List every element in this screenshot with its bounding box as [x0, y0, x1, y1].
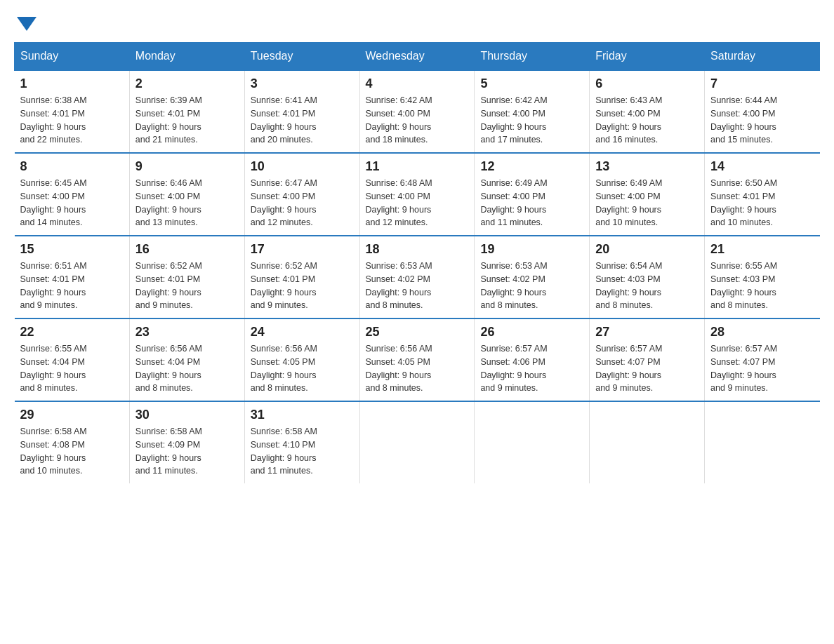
day-number: 10 [251, 159, 354, 174]
calendar-week-row: 8 Sunrise: 6:45 AMSunset: 4:00 PMDayligh… [15, 153, 820, 236]
calendar-cell: 15 Sunrise: 6:51 AMSunset: 4:01 PMDaylig… [15, 236, 130, 318]
day-number: 16 [135, 242, 239, 257]
day-info: Sunrise: 6:49 AMSunset: 4:00 PMDaylight:… [480, 177, 583, 229]
day-number: 3 [251, 76, 354, 91]
day-number: 14 [710, 159, 814, 174]
day-number: 4 [366, 76, 469, 91]
day-info: Sunrise: 6:45 AMSunset: 4:00 PMDaylight:… [20, 177, 124, 229]
day-info: Sunrise: 6:57 AMSunset: 4:07 PMDaylight:… [595, 342, 699, 395]
day-info: Sunrise: 6:57 AMSunset: 4:06 PMDaylight:… [480, 342, 583, 395]
day-info: Sunrise: 6:53 AMSunset: 4:02 PMDaylight:… [480, 260, 583, 312]
day-number: 5 [480, 76, 583, 91]
day-info: Sunrise: 6:46 AMSunset: 4:00 PMDaylight:… [135, 177, 239, 229]
day-info: Sunrise: 6:58 AMSunset: 4:09 PMDaylight:… [135, 425, 239, 478]
day-info: Sunrise: 6:49 AMSunset: 4:00 PMDaylight:… [595, 177, 699, 229]
calendar-cell: 7 Sunrise: 6:44 AMSunset: 4:00 PMDayligh… [705, 70, 820, 153]
day-info: Sunrise: 6:42 AMSunset: 4:00 PMDaylight:… [480, 94, 583, 147]
day-number: 9 [135, 159, 239, 174]
calendar-cell: 8 Sunrise: 6:45 AMSunset: 4:00 PMDayligh… [15, 153, 130, 236]
calendar-cell: 1 Sunrise: 6:38 AMSunset: 4:01 PMDayligh… [15, 70, 130, 153]
day-info: Sunrise: 6:51 AMSunset: 4:01 PMDaylight:… [20, 260, 124, 312]
calendar-cell: 19 Sunrise: 6:53 AMSunset: 4:02 PMDaylig… [475, 236, 590, 318]
calendar-cell: 10 Sunrise: 6:47 AMSunset: 4:00 PMDaylig… [244, 153, 359, 236]
calendar-table: SundayMondayTuesdayWednesdayThursdayFrid… [14, 42, 820, 483]
calendar-header-row: SundayMondayTuesdayWednesdayThursdayFrid… [15, 43, 820, 71]
day-number: 7 [710, 76, 814, 91]
calendar-cell: 11 Sunrise: 6:48 AMSunset: 4:00 PMDaylig… [359, 153, 475, 236]
day-info: Sunrise: 6:58 AMSunset: 4:10 PMDaylight:… [251, 425, 354, 478]
day-info: Sunrise: 6:56 AMSunset: 4:05 PMDaylight:… [251, 342, 354, 395]
day-info: Sunrise: 6:50 AMSunset: 4:01 PMDaylight:… [710, 177, 814, 229]
day-number: 24 [251, 325, 354, 340]
day-info: Sunrise: 6:55 AMSunset: 4:04 PMDaylight:… [20, 342, 124, 395]
day-number: 12 [480, 159, 583, 174]
day-number: 20 [595, 242, 699, 257]
calendar-cell: 12 Sunrise: 6:49 AMSunset: 4:00 PMDaylig… [475, 153, 590, 236]
day-number: 6 [595, 76, 699, 91]
calendar-cell: 26 Sunrise: 6:57 AMSunset: 4:06 PMDaylig… [475, 318, 590, 401]
day-number: 1 [20, 76, 124, 91]
day-number: 11 [366, 159, 469, 174]
calendar-week-row: 15 Sunrise: 6:51 AMSunset: 4:01 PMDaylig… [15, 236, 820, 318]
day-info: Sunrise: 6:55 AMSunset: 4:03 PMDaylight:… [710, 260, 814, 312]
day-number: 31 [251, 408, 354, 422]
day-number: 2 [135, 76, 239, 91]
calendar-cell: 25 Sunrise: 6:56 AMSunset: 4:05 PMDaylig… [359, 318, 475, 401]
day-info: Sunrise: 6:41 AMSunset: 4:01 PMDaylight:… [251, 94, 354, 147]
day-info: Sunrise: 6:39 AMSunset: 4:01 PMDaylight:… [135, 94, 239, 147]
header-thursday: Thursday [475, 43, 590, 71]
day-number: 26 [480, 325, 583, 340]
day-info: Sunrise: 6:53 AMSunset: 4:02 PMDaylight:… [366, 260, 469, 312]
calendar-cell: 30 Sunrise: 6:58 AMSunset: 4:09 PMDaylig… [129, 401, 244, 483]
calendar-cell [590, 401, 705, 483]
day-info: Sunrise: 6:47 AMSunset: 4:00 PMDaylight:… [251, 177, 354, 229]
day-number: 19 [480, 242, 583, 257]
day-number: 15 [20, 242, 124, 257]
calendar-cell: 27 Sunrise: 6:57 AMSunset: 4:07 PMDaylig… [590, 318, 705, 401]
day-info: Sunrise: 6:57 AMSunset: 4:07 PMDaylight:… [710, 342, 814, 395]
calendar-cell: 29 Sunrise: 6:58 AMSunset: 4:08 PMDaylig… [15, 401, 130, 483]
calendar-cell: 31 Sunrise: 6:58 AMSunset: 4:10 PMDaylig… [244, 401, 359, 483]
day-info: Sunrise: 6:48 AMSunset: 4:00 PMDaylight:… [366, 177, 469, 229]
calendar-cell [475, 401, 590, 483]
calendar-cell: 6 Sunrise: 6:43 AMSunset: 4:00 PMDayligh… [590, 70, 705, 153]
day-number: 29 [20, 408, 124, 422]
header-monday: Monday [129, 43, 244, 71]
day-number: 27 [595, 325, 699, 340]
day-info: Sunrise: 6:56 AMSunset: 4:04 PMDaylight:… [135, 342, 239, 395]
header-tuesday: Tuesday [244, 43, 359, 71]
day-number: 30 [135, 408, 239, 422]
calendar-cell: 5 Sunrise: 6:42 AMSunset: 4:00 PMDayligh… [475, 70, 590, 153]
header-saturday: Saturday [705, 43, 820, 71]
day-info: Sunrise: 6:43 AMSunset: 4:00 PMDaylight:… [595, 94, 699, 147]
day-number: 21 [710, 242, 814, 257]
calendar-week-row: 22 Sunrise: 6:55 AMSunset: 4:04 PMDaylig… [15, 318, 820, 401]
day-info: Sunrise: 6:58 AMSunset: 4:08 PMDaylight:… [20, 425, 124, 478]
header-friday: Friday [590, 43, 705, 71]
header-sunday: Sunday [15, 43, 130, 71]
calendar-cell: 13 Sunrise: 6:49 AMSunset: 4:00 PMDaylig… [590, 153, 705, 236]
calendar-cell: 14 Sunrise: 6:50 AMSunset: 4:01 PMDaylig… [705, 153, 820, 236]
calendar-cell [705, 401, 820, 483]
calendar-cell: 22 Sunrise: 6:55 AMSunset: 4:04 PMDaylig… [15, 318, 130, 401]
calendar-cell: 17 Sunrise: 6:52 AMSunset: 4:01 PMDaylig… [244, 236, 359, 318]
day-number: 17 [251, 242, 354, 257]
day-number: 28 [710, 325, 814, 340]
calendar-cell: 28 Sunrise: 6:57 AMSunset: 4:07 PMDaylig… [705, 318, 820, 401]
logo [14, 14, 37, 28]
calendar-cell: 20 Sunrise: 6:54 AMSunset: 4:03 PMDaylig… [590, 236, 705, 318]
calendar-cell: 9 Sunrise: 6:46 AMSunset: 4:00 PMDayligh… [129, 153, 244, 236]
day-info: Sunrise: 6:44 AMSunset: 4:00 PMDaylight:… [710, 94, 814, 147]
day-info: Sunrise: 6:38 AMSunset: 4:01 PMDaylight:… [20, 94, 124, 147]
calendar-cell: 2 Sunrise: 6:39 AMSunset: 4:01 PMDayligh… [129, 70, 244, 153]
calendar-week-row: 29 Sunrise: 6:58 AMSunset: 4:08 PMDaylig… [15, 401, 820, 483]
day-number: 22 [20, 325, 124, 340]
day-info: Sunrise: 6:42 AMSunset: 4:00 PMDaylight:… [366, 94, 469, 147]
calendar-cell [359, 401, 475, 483]
calendar-cell: 21 Sunrise: 6:55 AMSunset: 4:03 PMDaylig… [705, 236, 820, 318]
day-number: 25 [366, 325, 469, 340]
day-number: 8 [20, 159, 124, 174]
day-info: Sunrise: 6:52 AMSunset: 4:01 PMDaylight:… [251, 260, 354, 312]
header-wednesday: Wednesday [359, 43, 475, 71]
calendar-cell: 23 Sunrise: 6:56 AMSunset: 4:04 PMDaylig… [129, 318, 244, 401]
